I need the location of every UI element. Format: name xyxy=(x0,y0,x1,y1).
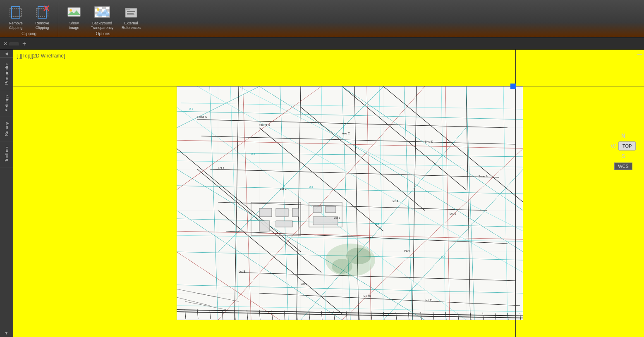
options-buttons: Show Image xyxy=(58,2,148,31)
external-references-icon xyxy=(123,5,139,20)
svg-text:U-3: U-3 xyxy=(309,186,313,188)
compass-north-label: N xyxy=(621,132,625,139)
background-transparency-button[interactable]: Background Transparency xyxy=(87,3,117,31)
toolbox-panel[interactable]: Toolbox xyxy=(0,141,13,167)
sidebar-collapse-top[interactable]: ◀ xyxy=(0,50,13,58)
minimize-icon: — xyxy=(637,51,642,57)
compass-wcs-button[interactable]: WCS xyxy=(614,163,632,170)
compass-south-label: S xyxy=(622,153,625,159)
options-group-label: Options xyxy=(58,31,148,38)
clipping-boundary-label: Remove Clipping xyxy=(3,21,28,30)
svg-text:U-1: U-1 xyxy=(189,108,193,110)
external-references-label: External References xyxy=(122,21,141,30)
viewport-label: [-][Top][2D Wireframe] xyxy=(17,53,65,59)
clipping-buttons: Remove Clipping Remove Clipping xyxy=(0,2,58,31)
svg-rect-109 xyxy=(259,221,270,231)
clip-handle[interactable] xyxy=(510,84,516,89)
clipping-boundary-icon xyxy=(7,5,24,20)
svg-text:U-4: U-4 xyxy=(375,223,379,225)
svg-text:U-5: U-5 xyxy=(441,256,445,258)
background-transparency-icon xyxy=(94,5,110,20)
clip-boundary-line-v xyxy=(515,50,516,337)
tab-item[interactable] xyxy=(9,42,19,45)
sidebar-collapse-bottom[interactable]: ▼ xyxy=(0,331,13,335)
compass-widget: N W TOP S WCS xyxy=(611,132,636,170)
svg-text:Lot 10: Lot 10 xyxy=(363,295,371,298)
svg-point-7 xyxy=(69,9,72,12)
svg-text:Lot 3: Lot 3 xyxy=(334,216,340,219)
show-image-button[interactable]: Show Image xyxy=(61,3,87,31)
remove-clipping-button[interactable]: Remove Clipping xyxy=(29,3,55,31)
toolbox-label: Toolbox xyxy=(4,143,9,165)
clip-boundary-line-h xyxy=(13,86,644,86)
map-image: Road A Street B Ave C Blvd D Lot 1 Lot 2… xyxy=(177,86,523,320)
svg-rect-113 xyxy=(326,206,336,213)
toolbar-group-clipping: Remove Clipping Remove Clipping Clipping xyxy=(0,2,58,37)
svg-text:Lot 8: Lot 8 xyxy=(239,270,245,273)
settings-label: Settings xyxy=(4,92,9,115)
svg-text:Lot 9: Lot 9 xyxy=(301,282,307,285)
svg-rect-32 xyxy=(127,14,134,15)
collapse-arrow-icon: ◀ xyxy=(5,51,8,56)
remove-clipping-icon xyxy=(34,5,50,20)
tab-close-button[interactable]: ✕ xyxy=(2,41,9,47)
svg-text:Lot 2: Lot 2 xyxy=(280,187,287,190)
tabbar: ✕ + xyxy=(0,38,644,50)
svg-text:Blvd D: Blvd D xyxy=(425,140,433,143)
compass-west-label: W xyxy=(611,143,616,149)
svg-text:Zone A: Zone A xyxy=(479,175,488,178)
svg-rect-31 xyxy=(127,13,134,14)
left-sidebar: ◀ Prospector Settings Survey Toolbox ▼ xyxy=(0,50,13,337)
svg-point-117 xyxy=(332,259,352,274)
map-svg: Road A Street B Ave C Blvd D Lot 1 Lot 2… xyxy=(177,86,523,320)
svg-rect-30 xyxy=(127,11,135,12)
svg-text:Lot 4: Lot 4 xyxy=(392,200,398,203)
toolbar: Remove Clipping Remove Clipping Clipping xyxy=(0,0,644,38)
svg-text:Lot 11: Lot 11 xyxy=(425,299,433,302)
survey-panel[interactable]: Survey xyxy=(0,117,13,141)
svg-rect-107 xyxy=(276,208,288,217)
svg-rect-106 xyxy=(259,208,272,217)
svg-rect-110 xyxy=(276,221,292,227)
bottom-arrow-icon: ▼ xyxy=(5,331,9,335)
remove-clipping-label: Remove Clipping xyxy=(35,21,49,30)
background-transparency-label: Background Transparency xyxy=(91,21,114,30)
show-image-icon xyxy=(66,5,82,20)
survey-label: Survey xyxy=(4,119,9,139)
main-area: ◀ Prospector Settings Survey Toolbox ▼ [… xyxy=(0,50,644,337)
svg-text:Street B: Street B xyxy=(259,124,270,127)
settings-panel[interactable]: Settings xyxy=(0,90,13,117)
compass-top-button[interactable]: TOP xyxy=(618,141,636,151)
svg-rect-12 xyxy=(102,7,106,9)
viewport[interactable]: [-][Top][2D Wireframe] — xyxy=(13,50,644,337)
svg-rect-29 xyxy=(125,8,130,10)
svg-text:Lot 1: Lot 1 xyxy=(218,167,225,170)
clipping-group-label: Clipping xyxy=(0,31,58,38)
prospector-label: Prospector xyxy=(4,60,9,88)
svg-text:Road A: Road A xyxy=(197,115,207,118)
toolbar-group-options: Show Image xyxy=(58,2,148,37)
svg-text:U-2: U-2 xyxy=(251,153,255,155)
minimize-button[interactable]: — xyxy=(637,51,642,57)
tab-add-button[interactable]: + xyxy=(20,40,29,48)
svg-text:Lot 5: Lot 5 xyxy=(450,212,456,215)
show-image-label: Show Image xyxy=(69,21,79,30)
svg-rect-112 xyxy=(313,206,321,213)
svg-rect-108 xyxy=(292,208,299,217)
external-references-button[interactable]: External References xyxy=(117,3,145,31)
viewport-label-text: [-][Top][2D Wireframe] xyxy=(17,53,65,59)
svg-text:Ave C: Ave C xyxy=(342,132,350,135)
svg-text:Park: Park xyxy=(404,249,410,252)
clipping-boundary-button[interactable]: Remove Clipping xyxy=(2,3,29,31)
svg-rect-13 xyxy=(106,7,110,9)
svg-rect-11 xyxy=(98,7,102,9)
prospector-panel[interactable]: Prospector xyxy=(0,58,13,90)
svg-point-27 xyxy=(97,8,99,11)
svg-rect-6 xyxy=(68,7,80,17)
